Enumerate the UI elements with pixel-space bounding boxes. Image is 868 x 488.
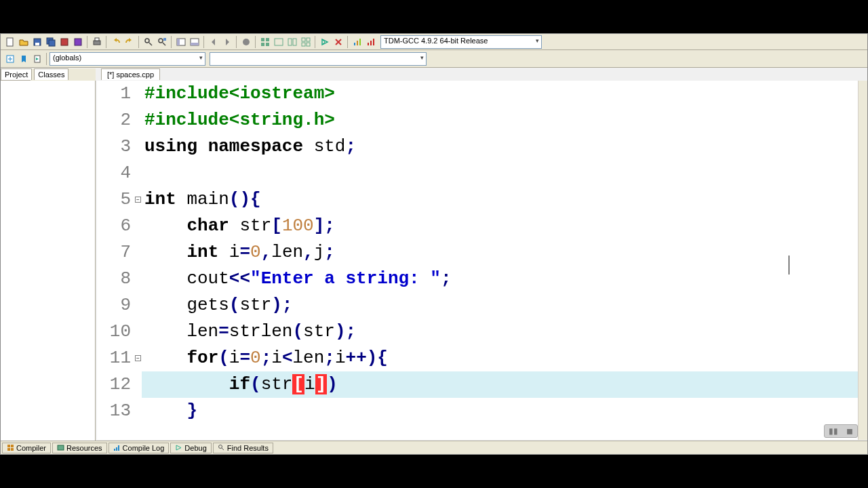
svg-rect-43: [11, 445, 14, 447]
compiler-select[interactable]: TDM-GCC 4.9.2 64-bit Release: [380, 35, 542, 49]
token-plain: gets: [144, 295, 229, 315]
print-icon[interactable]: [91, 36, 103, 48]
svg-rect-0: [7, 38, 13, 46]
bookmark-icon[interactable]: [240, 36, 252, 48]
separator: [87, 36, 88, 48]
code-line[interactable]: char str[100];: [144, 213, 856, 239]
tab-find-results[interactable]: Find Results: [213, 443, 273, 453]
svg-rect-35: [368, 43, 369, 45]
token-op: =: [239, 242, 250, 262]
token-plain: cout: [144, 268, 229, 289]
line-number: 8: [97, 266, 135, 292]
goto-icon[interactable]: [31, 53, 43, 65]
replace-icon[interactable]: [156, 36, 168, 48]
svg-rect-7: [94, 41, 100, 45]
code-line[interactable]: gets(str);: [144, 292, 856, 319]
token-plain: len: [144, 321, 218, 342]
line-number: 4: [97, 160, 135, 186]
token-num: 0: [250, 242, 261, 262]
svg-rect-28: [302, 43, 305, 46]
code-line[interactable]: for(i=0;i<len;i++){: [144, 345, 856, 371]
svg-rect-42: [7, 445, 10, 447]
open-icon[interactable]: [18, 36, 30, 48]
svg-rect-46: [58, 445, 64, 450]
grid1-icon[interactable]: [259, 36, 271, 48]
code-area[interactable]: #include<iostream>#include<string.h>usin…: [144, 81, 856, 424]
svg-rect-6: [75, 39, 81, 45]
svg-rect-36: [370, 41, 372, 45]
toolbar-main: TDM-GCC 4.9.2 64-bit Release: [1, 34, 867, 50]
redo-icon[interactable]: [123, 36, 136, 48]
svg-rect-5: [61, 39, 68, 45]
token-op: ;: [261, 348, 272, 368]
fold-toggle-icon[interactable]: −: [135, 197, 141, 203]
left-panel-tabs: Project Classes Debug: [1, 68, 96, 81]
save-as-icon[interactable]: [58, 36, 71, 48]
new-icon[interactable]: [4, 36, 16, 48]
code-line[interactable]: cout<<"Enter a string: ";: [144, 266, 856, 292]
token-plain: j: [314, 242, 325, 262]
separator: [315, 36, 316, 48]
code-editor[interactable]: 12345678910111213 −− #include<iostream>#…: [97, 81, 866, 440]
line-number: 12: [97, 371, 135, 398]
code-line[interactable]: len=strlen(str);: [144, 319, 856, 345]
grid4-icon[interactable]: [300, 36, 312, 48]
toggle-left-icon[interactable]: [175, 36, 187, 48]
vertical-scrollbar[interactable]: [858, 81, 867, 440]
tab-compiler[interactable]: Compiler: [2, 443, 51, 453]
insert-icon[interactable]: [4, 53, 16, 65]
token-plain: [144, 401, 186, 421]
tab-classes[interactable]: Classes: [34, 68, 68, 80]
code-line[interactable]: using namespace std;: [144, 134, 856, 160]
code-line[interactable]: int i=0,len,j;: [144, 239, 856, 266]
token-brh: [: [292, 374, 304, 394]
tab-compile-log[interactable]: Compile Log: [108, 443, 170, 453]
tab-resources[interactable]: Resources: [52, 443, 107, 453]
line-number: 13: [97, 398, 135, 424]
fold-toggle-icon[interactable]: −: [135, 355, 141, 361]
code-line[interactable]: if(str[i]): [142, 371, 866, 398]
grid2-icon[interactable]: [273, 36, 285, 48]
code-line[interactable]: [144, 160, 856, 186]
editor-tab-spaces[interactable]: [*] spaces.cpp: [101, 68, 160, 80]
project-panel: [1, 81, 96, 441]
member-select[interactable]: [210, 52, 427, 66]
separator: [138, 36, 140, 48]
save-all-icon[interactable]: [45, 36, 57, 48]
bookmark2-icon[interactable]: [18, 53, 30, 65]
token-op: ;: [345, 136, 356, 157]
compile-icon[interactable]: [319, 36, 331, 48]
recording-indicator[interactable]: ▮▮◼: [824, 424, 858, 438]
code-line[interactable]: }: [144, 398, 856, 424]
cancel-icon[interactable]: [332, 36, 344, 48]
code-line[interactable]: int main(){: [144, 186, 856, 213]
profile-icon[interactable]: [351, 36, 363, 48]
svg-point-9: [145, 39, 149, 43]
token-op: ): [327, 374, 338, 394]
grid3-icon[interactable]: [286, 36, 298, 48]
debug-icon[interactable]: [365, 36, 377, 48]
toggle-bottom-icon[interactable]: [189, 36, 201, 48]
code-line[interactable]: #include<string.h>: [144, 107, 856, 134]
token-op: );: [271, 295, 292, 315]
undo-icon[interactable]: [110, 36, 122, 48]
nav-fwd-icon[interactable]: [221, 36, 233, 48]
nav-back-icon[interactable]: [208, 36, 220, 48]
svg-rect-33: [357, 41, 358, 45]
token-plain: [197, 136, 208, 157]
separator: [347, 36, 349, 48]
token-op: ;: [441, 268, 452, 289]
svg-rect-4: [49, 40, 55, 46]
token-kw: char: [186, 216, 229, 236]
line-number: 10: [97, 319, 135, 345]
svg-rect-48: [116, 447, 117, 451]
tab-project[interactable]: Project: [1, 68, 32, 80]
close-icon[interactable]: [72, 36, 84, 48]
svg-line-51: [222, 448, 224, 450]
find-icon[interactable]: [142, 36, 155, 48]
tab-debug-bottom[interactable]: Debug: [170, 443, 211, 453]
scope-select[interactable]: (globals): [50, 52, 205, 66]
fold-column: −−: [135, 81, 142, 440]
code-line[interactable]: #include<iostream>: [144, 81, 856, 107]
save-icon[interactable]: [31, 36, 43, 48]
